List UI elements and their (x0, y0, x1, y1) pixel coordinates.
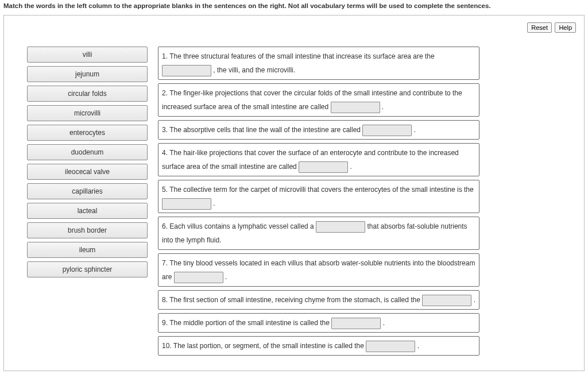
sentence-text: . (382, 103, 384, 111)
term-circular-folds[interactable]: circular folds (27, 86, 148, 102)
help-button[interactable]: Help (555, 22, 576, 33)
activity-panel: Reset Help villi jejunum circular folds … (3, 15, 585, 371)
sentence-text: . (414, 126, 416, 134)
sentence-4: 4. The hair-like projections that cover … (158, 143, 479, 176)
sentence-text: . (417, 342, 419, 350)
term-ileocecal-valve[interactable]: ileocecal valve (27, 164, 148, 180)
blank-7[interactable] (174, 272, 223, 283)
term-capillaries[interactable]: capillaries (27, 183, 148, 199)
page-instruction: Match the words in the left column to th… (0, 0, 588, 15)
sentence-text: 6. Each villus contains a lymphatic vess… (162, 222, 316, 230)
top-button-row: Reset Help (526, 22, 576, 33)
blank-9[interactable] (331, 318, 381, 329)
sentence-1: 1. The three structural features of the … (158, 47, 479, 80)
sentence-2: 2. The finger-like projections that cove… (158, 83, 479, 117)
term-microvilli[interactable]: microvilli (27, 105, 148, 121)
blank-1[interactable] (162, 65, 211, 76)
blank-6[interactable] (316, 221, 365, 233)
blank-5[interactable] (162, 198, 211, 210)
sentence-7: 7. The tiny blood vessels located in eac… (158, 253, 479, 287)
sentence-text: , the villi, and the microvilli. (213, 66, 295, 74)
term-list: villi jejunum circular folds microvilli … (27, 47, 148, 281)
sentence-6: 6. Each villus contains a lymphatic vess… (158, 217, 479, 250)
sentence-text: 9. The middle portion of the small intes… (162, 319, 331, 327)
sentence-text: 1. The three structural features of the … (162, 52, 435, 60)
term-ileum[interactable]: ileum (27, 242, 148, 258)
term-duodenum[interactable]: duodenum (27, 144, 148, 160)
sentence-list: 1. The three structural features of the … (158, 47, 479, 359)
blank-2[interactable] (331, 102, 380, 113)
sentence-9: 9. The middle portion of the small intes… (158, 313, 479, 333)
sentence-text: . (350, 163, 351, 171)
sentence-text: . (213, 199, 215, 207)
sentence-text: . (225, 273, 227, 281)
blank-10[interactable] (366, 341, 415, 352)
sentence-text: 3. The absorptive cells that line the wa… (162, 126, 362, 134)
sentence-5: 5. The collective term for the carpet of… (158, 180, 479, 213)
sentence-text: 2. The finger-like projections that cove… (162, 89, 462, 111)
sentence-8: 8. The first section of small intestine,… (158, 290, 479, 310)
reset-button[interactable]: Reset (527, 22, 552, 33)
blank-3[interactable] (362, 125, 412, 136)
sentence-text: . (383, 319, 385, 327)
sentence-text: . (474, 296, 475, 304)
sentence-text: 8. The first section of small intestine,… (162, 296, 422, 304)
sentence-text: 5. The collective term for the carpet of… (162, 186, 474, 194)
blank-8[interactable] (422, 295, 471, 306)
term-brush-border[interactable]: brush border (27, 222, 148, 238)
term-jejunum[interactable]: jejunum (27, 66, 148, 82)
sentence-text: 10. The last portion, or segment, of the… (162, 342, 366, 350)
sentence-10: 10. The last portion, or segment, of the… (158, 336, 479, 356)
term-villi[interactable]: villi (27, 47, 148, 63)
term-enterocytes[interactable]: enterocytes (27, 125, 148, 141)
term-pyloric-sphincter[interactable]: pyloric sphincter (27, 261, 148, 277)
term-lacteal[interactable]: lacteal (27, 203, 148, 219)
sentence-3: 3. The absorptive cells that line the wa… (158, 120, 479, 140)
blank-4[interactable] (299, 161, 348, 173)
